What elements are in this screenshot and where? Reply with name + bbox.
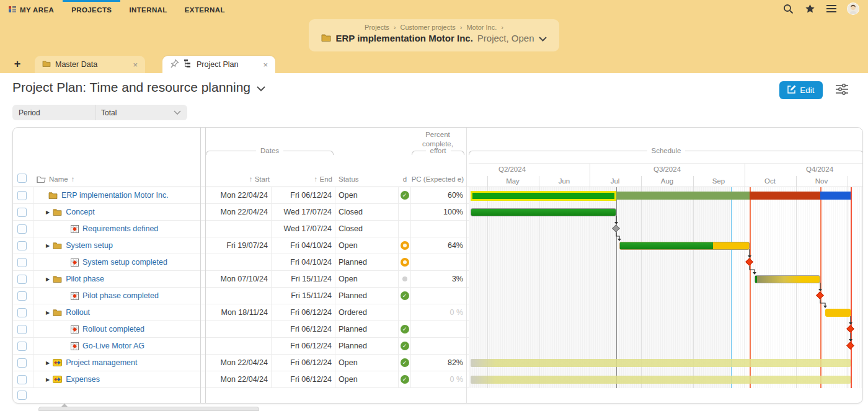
table-row[interactable]: Pilot phase completedFri 15/11/24Planned… — [13, 288, 469, 304]
month-divider — [641, 176, 642, 187]
search-icon[interactable] — [782, 2, 794, 15]
row-checkbox[interactable] — [17, 258, 27, 267]
horizontal-scrollbar[interactable] — [38, 407, 259, 411]
start-date — [206, 254, 272, 271]
milestone-line — [750, 187, 751, 388]
rollout-bar[interactable] — [825, 309, 851, 317]
project-chevron-down-icon[interactable] — [539, 33, 547, 43]
pane-splitter-line[interactable] — [205, 128, 206, 404]
breadcrumb-link-motor-inc[interactable]: Motor Inc. — [466, 24, 497, 31]
table-row[interactable]: ERP implementation Motor Inc.Mon 22/04/2… — [13, 187, 469, 204]
expand-triangle-icon[interactable]: ▶ — [46, 360, 50, 366]
column-header-pc[interactable]: PC (Expected e) — [411, 175, 464, 183]
table-row[interactable]: ▶ExpensesMon 22/04/24Fri 06/12/24Open✓0 … — [13, 371, 469, 388]
summary-rollout[interactable] — [820, 192, 851, 200]
column-header-name[interactable]: Name↑ — [37, 175, 74, 183]
expand-triangle-icon[interactable]: ▶ — [46, 310, 50, 316]
row-checkbox[interactable] — [17, 375, 27, 384]
system-setup-completed-milestone[interactable] — [745, 258, 753, 266]
row-checkbox[interactable] — [17, 391, 27, 400]
row-name-link[interactable]: Go-Live Motor AG — [82, 342, 144, 350]
column-header-end[interactable]: ↑ End — [270, 175, 332, 183]
nav-item-external[interactable]: EXTERNAL — [176, 0, 234, 17]
summary-pilot-phase[interactable] — [750, 192, 820, 200]
column-header-status[interactable]: Status — [339, 175, 359, 183]
table-row[interactable]: ▶Pilot phaseMon 07/10/24Fri 15/11/24Open… — [13, 271, 469, 288]
table-row[interactable]: Go-Live Motor AGFri 06/12/24Planned✓ — [13, 338, 469, 355]
row-name-link[interactable]: Requirements defined — [82, 224, 158, 233]
milestone-line — [851, 187, 852, 388]
percent-complete-value — [411, 221, 466, 237]
tab-master-data[interactable]: Master Data × — [35, 56, 145, 73]
table-row[interactable]: Requirements definedWed 17/07/24Closed — [13, 221, 469, 237]
column-header-d[interactable]: d — [399, 175, 411, 183]
period-filter-dropdown[interactable]: Period Total — [12, 105, 187, 120]
row-checkbox[interactable] — [17, 241, 27, 250]
table-row[interactable]: Rollout completedFri 06/12/24Planned✓ — [13, 321, 469, 338]
month-label: Jul — [611, 177, 620, 185]
view-settings-sliders-icon[interactable] — [836, 84, 848, 97]
expand-triangle-icon[interactable]: ▶ — [46, 243, 50, 249]
milestone-icon — [71, 292, 79, 300]
tab-close-icon[interactable]: × — [133, 60, 138, 69]
pin-icon[interactable] — [170, 59, 179, 70]
row-name-link[interactable]: System setup — [66, 241, 113, 250]
tab-close-icon[interactable]: × — [263, 60, 268, 69]
pilot-phase-completed-milestone[interactable] — [816, 291, 824, 299]
table-row[interactable]: ▶ConceptMon 22/04/24Wed 17/07/24Closed10… — [13, 204, 469, 221]
table-row[interactable]: ▶System setupFri 19/07/24Fri 04/10/24Ope… — [13, 237, 469, 254]
row-name-link[interactable]: Project management — [66, 358, 137, 367]
row-checkbox[interactable] — [17, 275, 27, 284]
row-checkbox[interactable] — [17, 358, 27, 368]
pilot-phase-bar[interactable] — [755, 275, 820, 283]
nav-item-projects[interactable]: PROJECTS — [63, 0, 120, 17]
row-checkbox[interactable] — [17, 291, 27, 301]
row-name-link[interactable]: Pilot phase — [66, 275, 104, 283]
summary-complete[interactable] — [471, 191, 616, 201]
breadcrumb-link-customer-projects[interactable]: Customer projects — [400, 24, 455, 31]
nav-item-internal[interactable]: INTERNAL — [120, 0, 175, 17]
user-avatar[interactable] — [847, 2, 859, 15]
table-row[interactable]: ▶Project managementMon 22/04/24Fri 06/12… — [13, 355, 469, 371]
expand-triangle-icon[interactable]: ▶ — [46, 210, 50, 215]
row-name-link[interactable]: System setup completed — [82, 258, 167, 267]
row-checkbox[interactable] — [17, 325, 27, 334]
end-date: Fri 06/12/24 — [272, 371, 335, 388]
percent-complete-value — [411, 338, 466, 355]
row-checkbox[interactable] — [17, 208, 27, 217]
title-chevron-down-icon[interactable] — [257, 80, 265, 95]
row-checkbox[interactable] — [17, 191, 27, 200]
table-row[interactable]: System setup completedFri 04/10/24Planne… — [13, 254, 469, 271]
expand-triangle-icon[interactable]: ▶ — [46, 377, 50, 382]
favorites-star-icon[interactable] — [804, 2, 816, 15]
row-name-link[interactable]: Pilot phase completed — [82, 291, 159, 300]
row-checkbox[interactable] — [17, 224, 27, 234]
menu-hamburger-icon[interactable] — [825, 2, 838, 15]
breadcrumb-link-projects[interactable]: Projects — [365, 24, 389, 31]
row-name-link[interactable]: Expenses — [66, 375, 100, 384]
column-divider — [466, 128, 467, 404]
tab-project-plan[interactable]: Project Plan × — [162, 56, 275, 73]
expenses-bar[interactable] — [471, 376, 851, 384]
system-setup-bar[interactable] — [619, 242, 750, 250]
new-tab-button[interactable]: + — [9, 55, 26, 73]
nav-item-my-area[interactable]: MY AREA — [0, 0, 63, 17]
project-management-bar[interactable] — [471, 359, 851, 367]
expand-triangle-icon[interactable]: ▶ — [46, 276, 50, 282]
row-name-link[interactable]: Concept — [66, 208, 95, 216]
row-name-link[interactable]: Rollout — [66, 308, 90, 317]
pane-splitter-line[interactable] — [200, 128, 201, 404]
row-name-link[interactable]: ERP implementation Motor Inc. — [61, 191, 169, 200]
select-all-checkbox[interactable] — [17, 174, 27, 183]
filter-label: Period — [12, 108, 95, 117]
page-title: Project Plan: Time and resource planning — [12, 80, 265, 95]
summary-system-setup[interactable] — [616, 192, 750, 200]
row-name-link[interactable]: Rollout completed — [82, 325, 144, 334]
column-header-start[interactable]: ↑ Start — [206, 175, 270, 183]
row-checkbox[interactable] — [17, 342, 27, 351]
concept-bar[interactable] — [471, 208, 616, 216]
quarter-label: Q3/2024 — [653, 166, 681, 173]
edit-button[interactable]: Edit — [779, 81, 823, 99]
row-checkbox[interactable] — [17, 308, 27, 317]
table-row[interactable]: ▶RolloutMon 18/11/24Fri 06/12/24Ordered0… — [13, 304, 469, 321]
